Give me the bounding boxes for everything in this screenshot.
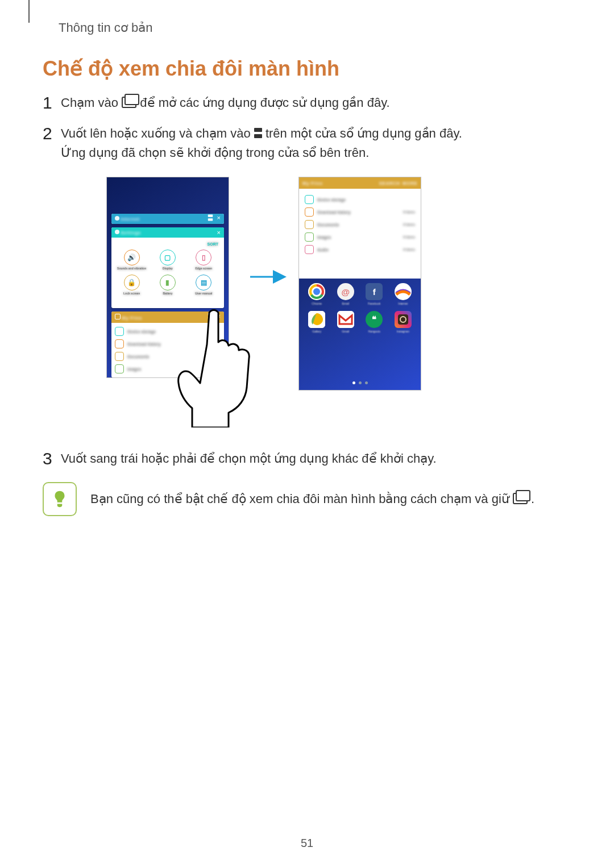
lock-icon: 🔒	[124, 275, 140, 290]
recent-apps-icon	[122, 97, 136, 108]
chrome-icon	[308, 283, 325, 300]
page-title: Chế độ xem chia đôi màn hình	[43, 57, 339, 81]
hand-pointer-icon	[169, 308, 272, 427]
recent-apps-icon	[513, 493, 528, 504]
page-indicator	[299, 376, 421, 387]
split-view-icon	[208, 215, 213, 221]
hangouts-icon: ❝	[366, 311, 383, 328]
step-text: Ứng dụng đã chọn sẽ khởi động trong cửa …	[61, 146, 369, 160]
step-3: 3 Vuốt sang trái hoặc phải để chọn một ứ…	[43, 449, 437, 468]
gmail-icon	[337, 311, 354, 328]
tip-icon	[43, 482, 77, 516]
step-text: để mở các ứng dụng được sử dụng gần đây.	[140, 95, 389, 110]
gallery-icon	[308, 311, 325, 328]
edge-icon: ▯	[196, 250, 211, 265]
arrow-icon	[249, 268, 289, 285]
sort-label: SORT	[115, 242, 221, 246]
step-number: 3	[43, 449, 61, 468]
tip-note: Bạn cũng có thể bật chế độ xem chia đôi …	[43, 482, 534, 516]
manual-icon: ▤	[196, 275, 211, 290]
step-number: 1	[43, 93, 61, 112]
email-icon: @	[337, 283, 354, 300]
step-number: 2	[43, 124, 61, 143]
svg-rect-4	[398, 314, 408, 325]
section-header: Thông tin cơ bản	[59, 20, 152, 35]
step-2: 2 Vuốt lên hoặc xuống và chạm vào trên m…	[43, 124, 462, 163]
close-icon: ×	[217, 230, 221, 236]
page-number: 51	[0, 837, 614, 850]
split-view-icon	[254, 128, 262, 138]
sound-icon: 🔊	[124, 250, 140, 265]
step-1: 1 Chạm vào để mở các ứng dụng được sử dụ…	[43, 93, 390, 113]
instagram-icon	[395, 311, 412, 328]
step-text: Vuốt lên hoặc xuống và chạm vào	[61, 126, 254, 140]
step-text: trên một cửa sổ ứng dụng gần đây.	[265, 126, 462, 140]
internet-icon	[395, 283, 412, 300]
recent-card-settings: Settings × SORT 🔊Sounds and vibration ▢D…	[111, 227, 224, 308]
facebook-icon: f	[366, 283, 383, 300]
step-text: Vuốt sang trái hoặc phải để chọn một ứng…	[61, 451, 437, 466]
step-text: Chạm vào	[61, 95, 122, 110]
phone-after: My Files SEARCH MORE Device storage Down…	[299, 177, 421, 390]
header-rule	[28, 0, 30, 23]
instruction-figure: Internet × Settings × SORT 🔊Sounds and v…	[107, 177, 505, 427]
note-text: .	[531, 492, 534, 506]
recent-card-internet: Internet ×	[111, 214, 224, 224]
note-text: Bạn cũng có thể bật chế độ xem chia đôi …	[90, 492, 513, 506]
close-icon: ×	[217, 214, 221, 221]
display-icon: ▢	[160, 250, 176, 265]
battery-icon: ▮	[160, 275, 176, 290]
